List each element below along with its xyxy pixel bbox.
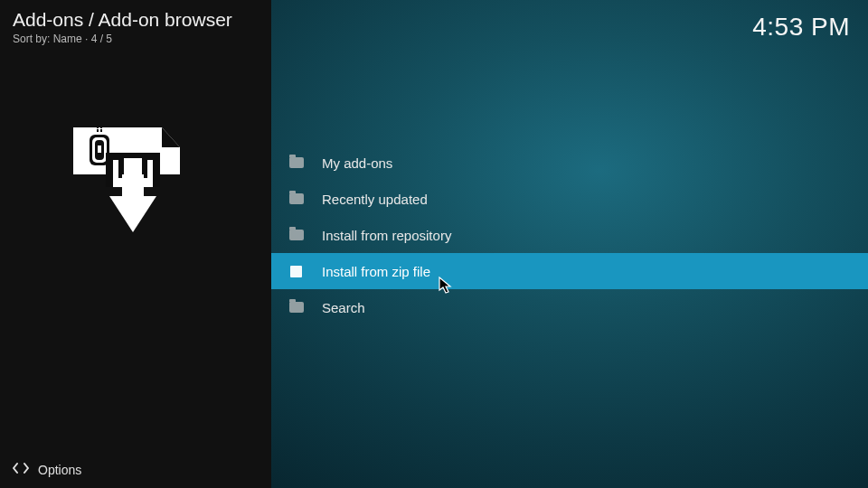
install-from-zip-large-icon (68, 122, 185, 243)
addon-menu-list: My add-ons Recently updated Install from… (271, 145, 868, 325)
menu-item-label: Install from repository (322, 228, 451, 243)
svg-rect-3 (98, 145, 101, 153)
breadcrumb: Add-ons / Add-on browser (13, 9, 232, 31)
folder-icon (289, 193, 304, 204)
options-button[interactable]: Options (13, 462, 81, 477)
options-label: Options (38, 463, 81, 477)
svg-rect-4 (97, 129, 99, 132)
menu-item-my-addons[interactable]: My add-ons (271, 145, 868, 181)
folder-icon (289, 157, 304, 168)
sort-status-line: Sort by: Name · 4 / 5 (13, 33, 112, 45)
menu-item-label: Recently updated (322, 192, 428, 207)
menu-item-install-from-repository[interactable]: Install from repository (271, 217, 868, 253)
zip-file-icon (290, 266, 302, 277)
sidebar-panel: Add-ons / Add-on browser Sort by: Name ·… (0, 0, 271, 488)
menu-item-search[interactable]: Search (271, 289, 868, 325)
svg-rect-7 (100, 126, 102, 128)
clock: 4:53 PM (752, 13, 850, 42)
svg-rect-5 (100, 129, 102, 132)
svg-rect-6 (97, 126, 99, 128)
menu-item-label: Search (322, 300, 365, 315)
menu-item-recently-updated[interactable]: Recently updated (271, 181, 868, 217)
menu-item-label: Install from zip file (322, 264, 430, 279)
folder-icon (289, 230, 304, 240)
svg-rect-12 (122, 174, 144, 200)
menu-item-label: My add-ons (322, 155, 392, 171)
menu-item-install-from-zip[interactable]: Install from zip file (271, 253, 868, 289)
options-arrows-icon (13, 462, 29, 477)
folder-icon (289, 302, 304, 313)
